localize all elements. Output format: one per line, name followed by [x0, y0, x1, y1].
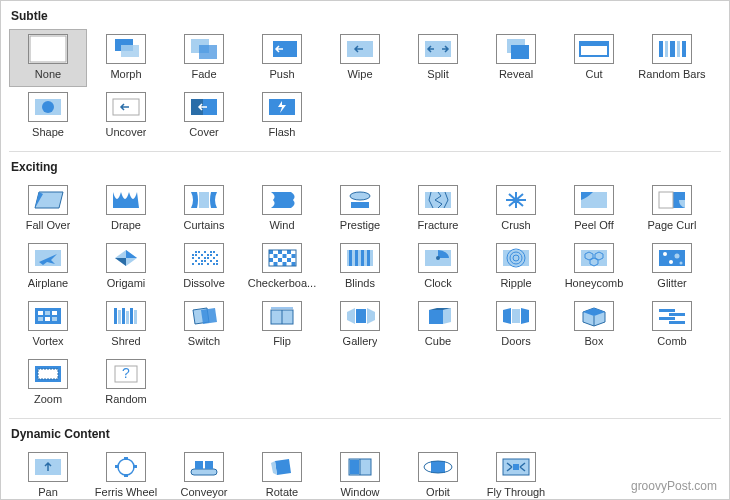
transition-flythrough[interactable]: Fly Through	[477, 447, 555, 500]
transition-crush[interactable]: Crush	[477, 180, 555, 238]
svg-rect-12	[581, 43, 607, 46]
transition-peeloff[interactable]: Peel Off	[555, 180, 633, 238]
transition-morph[interactable]: Morph	[87, 29, 165, 87]
transition-flip[interactable]: Flip	[243, 296, 321, 354]
transition-cube[interactable]: Cube	[399, 296, 477, 354]
transition-gallery[interactable]: Gallery	[321, 296, 399, 354]
transition-label: Comb	[657, 335, 686, 347]
transition-wipe[interactable]: Wipe	[321, 29, 399, 87]
transition-window[interactable]: Window	[321, 447, 399, 500]
svg-rect-86	[287, 262, 291, 266]
transition-checker[interactable]: Checkerboa...	[243, 238, 321, 296]
transition-blinds[interactable]: Blinds	[321, 238, 399, 296]
svg-rect-116	[114, 308, 117, 324]
svg-point-107	[669, 260, 673, 264]
wind-icon	[262, 185, 302, 215]
box-icon	[574, 301, 614, 331]
doors-icon	[496, 301, 536, 331]
transition-switch[interactable]: Switch	[165, 296, 243, 354]
transition-flash[interactable]: Flash	[243, 87, 321, 145]
transition-pan[interactable]: Pan	[9, 447, 87, 500]
svg-rect-57	[216, 260, 218, 262]
cover-icon	[184, 92, 224, 122]
transition-doors[interactable]: Doors	[477, 296, 555, 354]
svg-rect-141	[659, 317, 675, 320]
transition-prestige[interactable]: Prestige	[321, 180, 399, 238]
shape-icon	[28, 92, 68, 122]
svg-rect-46	[210, 254, 212, 256]
svg-rect-142	[669, 321, 685, 324]
transition-wind[interactable]: Wind	[243, 180, 321, 238]
svg-rect-120	[130, 308, 133, 324]
svg-rect-51	[207, 257, 209, 259]
svg-rect-144	[38, 369, 58, 379]
svg-rect-40	[210, 251, 212, 253]
orbit-icon	[418, 452, 458, 482]
pan-icon	[28, 452, 68, 482]
transition-randombars[interactable]: Random Bars	[633, 29, 711, 87]
transition-drape[interactable]: Drape	[87, 180, 165, 238]
svg-rect-153	[115, 465, 119, 468]
ripple-icon	[496, 243, 536, 273]
svg-rect-0	[30, 36, 66, 62]
transition-reveal[interactable]: Reveal	[477, 29, 555, 87]
transition-honeycomb[interactable]: Honeycomb	[555, 238, 633, 296]
peeloff-icon	[574, 185, 614, 215]
transition-random[interactable]: ?Random	[87, 354, 165, 412]
transition-label: Gallery	[343, 335, 378, 347]
transition-shred[interactable]: Shred	[87, 296, 165, 354]
svg-rect-150	[124, 457, 128, 460]
transition-box[interactable]: Box	[555, 296, 633, 354]
svg-rect-17	[682, 41, 686, 57]
svg-rect-61	[207, 263, 209, 265]
svg-rect-82	[269, 262, 273, 266]
transition-origami[interactable]: Origami	[87, 238, 165, 296]
svg-rect-76	[269, 258, 273, 262]
transition-label: Random Bars	[638, 68, 705, 80]
fracture-icon	[418, 185, 458, 215]
transition-cut[interactable]: Cut	[555, 29, 633, 87]
svg-marker-133	[503, 308, 511, 324]
transition-cover[interactable]: Cover	[165, 87, 243, 145]
transition-glitter[interactable]: Glitter	[633, 238, 711, 296]
svg-rect-109	[35, 308, 61, 324]
svg-rect-70	[269, 254, 273, 258]
svg-rect-49	[198, 257, 200, 259]
transition-clock[interactable]: Clock	[399, 238, 477, 296]
transition-fracture[interactable]: Fracture	[399, 180, 477, 238]
svg-rect-119	[126, 311, 129, 324]
transition-label: Cube	[425, 335, 451, 347]
transition-pagecurl[interactable]: Page Curl	[633, 180, 711, 238]
transition-curtains[interactable]: Curtains	[165, 180, 243, 238]
transition-label: Fracture	[418, 219, 459, 231]
transition-label: Flip	[273, 335, 291, 347]
transition-airplane[interactable]: Airplane	[9, 238, 87, 296]
transition-comb[interactable]: Comb	[633, 296, 711, 354]
transition-rotate[interactable]: Rotate	[243, 447, 321, 500]
transition-label: Orbit	[426, 486, 450, 498]
prestige-icon	[340, 185, 380, 215]
transition-none[interactable]: None	[9, 29, 87, 87]
transition-vortex[interactable]: Vortex	[9, 296, 87, 354]
transition-ripple[interactable]: Ripple	[477, 238, 555, 296]
svg-rect-4	[199, 45, 217, 59]
transition-label: Checkerboa...	[248, 277, 316, 289]
transition-dissolve[interactable]: Dissolve	[165, 238, 243, 296]
transition-fallover[interactable]: Fall Over	[9, 180, 87, 238]
section-title: Exciting	[9, 156, 721, 178]
transition-conveyor[interactable]: Conveyor	[165, 447, 243, 500]
svg-rect-74	[287, 254, 291, 258]
dissolve-icon	[184, 243, 224, 273]
transition-orbit[interactable]: Orbit	[399, 447, 477, 500]
svg-point-106	[675, 254, 680, 259]
transition-zoom[interactable]: Zoom	[9, 354, 87, 412]
transition-shape[interactable]: Shape	[9, 87, 87, 145]
transition-uncover[interactable]: Uncover	[87, 87, 165, 145]
svg-rect-69	[292, 250, 296, 254]
svg-rect-15	[670, 41, 675, 57]
transition-ferris[interactable]: Ferris Wheel	[87, 447, 165, 500]
transition-split[interactable]: Split	[399, 29, 477, 87]
section-title: Subtle	[9, 5, 721, 27]
transition-fade[interactable]: Fade	[165, 29, 243, 87]
transition-push[interactable]: Push	[243, 29, 321, 87]
